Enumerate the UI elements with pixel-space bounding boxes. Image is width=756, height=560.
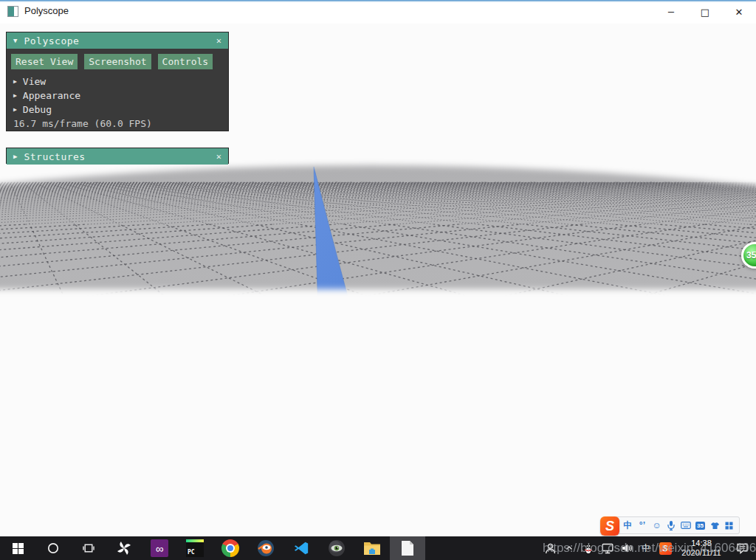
- reset-view-button[interactable]: Reset View: [11, 54, 78, 69]
- screenshot-button[interactable]: Screenshot: [84, 54, 151, 69]
- pycharm-button[interactable]: PC: [177, 536, 213, 560]
- window-accent-border: [0, 0, 756, 2]
- people-icon[interactable]: [540, 536, 560, 560]
- window-title: Polyscope: [24, 5, 69, 16]
- input-mode-chinese-icon[interactable]: 中: [622, 519, 633, 532]
- pycharm-icon: PC: [186, 539, 204, 557]
- tree-item-label: Debug: [23, 104, 52, 115]
- visual-studio-button[interactable]: ∞: [142, 536, 177, 560]
- eye-app-button[interactable]: [319, 536, 354, 560]
- expand-arrow-icon[interactable]: ▶: [13, 78, 17, 85]
- pinwheel-icon: [115, 539, 133, 557]
- badge-35-icon[interactable]: 35: [695, 519, 706, 532]
- eye-orb-icon: [328, 539, 346, 557]
- windows-logo-icon: [13, 543, 24, 554]
- sogou-input-toolbar: S 中 °’ ☺ 35: [602, 516, 740, 534]
- emoji-icon[interactable]: ☺: [651, 519, 662, 532]
- polyscope-panel-header[interactable]: ▼ Polyscope ✕: [7, 32, 228, 49]
- taskbar-clock[interactable]: 14:38 2020/11/11: [675, 539, 728, 558]
- punctuation-mode-icon[interactable]: °’: [637, 519, 648, 532]
- window-titlebar: Polyscope ─ □ ✕: [0, 0, 756, 24]
- polyscope-panel: ▼ Polyscope ✕ Reset View Screenshot Cont…: [6, 32, 229, 131]
- pinwheel-app-button[interactable]: [106, 536, 142, 560]
- tree-item-appearance[interactable]: ▶ Appearance: [11, 89, 224, 103]
- keyboard-icon[interactable]: [681, 519, 692, 532]
- action-center-button[interactable]: [728, 536, 756, 560]
- collapse-arrow-icon[interactable]: ▼: [13, 37, 17, 44]
- controls-button[interactable]: Controls: [158, 54, 213, 69]
- display-tray-icon[interactable]: [598, 536, 617, 560]
- panel-button-row: Reset View Screenshot Controls: [11, 54, 224, 69]
- qq-tray-icon[interactable]: [579, 536, 598, 560]
- badge-35-label: 35: [695, 522, 705, 530]
- blender-button[interactable]: [248, 536, 284, 560]
- visual-studio-icon: ∞: [151, 539, 168, 557]
- fps-readout: 16.7 ms/frame (60.0 FPS): [11, 117, 224, 131]
- vscode-icon: [293, 540, 309, 556]
- file-explorer-button[interactable]: [354, 536, 390, 560]
- sogou-tray-icon[interactable]: S: [656, 536, 675, 560]
- hidden-icons-chevron[interactable]: [560, 536, 579, 560]
- polyscope-panel-body: Reset View Screenshot Controls ▶ View ▶ …: [7, 49, 228, 131]
- minimize-button[interactable]: ─: [654, 0, 688, 24]
- structures-panel: ▶ Structures ✕: [6, 148, 229, 164]
- search-ring-icon: [47, 542, 59, 554]
- microphone-icon[interactable]: [666, 519, 677, 532]
- chrome-icon: [221, 539, 239, 557]
- windows-taskbar: ∞ PC: [0, 536, 756, 560]
- sogou-s-glyph: S: [659, 542, 672, 555]
- vs-glyph: ∞: [156, 542, 164, 555]
- close-button[interactable]: ✕: [722, 0, 756, 24]
- taskbar-tray: 中 S 14:38 2020/11/11: [540, 536, 756, 560]
- expand-arrow-icon[interactable]: ▶: [13, 92, 17, 99]
- expand-arrow-icon[interactable]: ▶: [13, 106, 17, 113]
- blender-icon: [257, 539, 275, 557]
- taskbar-apps: ∞ PC: [0, 536, 425, 560]
- tree-item-label: Appearance: [23, 90, 80, 101]
- document-icon: [401, 540, 414, 556]
- skin-shirt-icon[interactable]: [709, 519, 721, 532]
- recorder-count: 35: [746, 250, 756, 260]
- clock-date: 2020/11/11: [675, 548, 728, 558]
- vscode-button[interactable]: [284, 536, 319, 560]
- structures-panel-title: Structures: [24, 151, 216, 162]
- window-controls: ─ □ ✕: [654, 0, 756, 24]
- structures-panel-header[interactable]: ▶ Structures ✕: [7, 148, 228, 165]
- polyscope-panel-close-icon[interactable]: ✕: [216, 35, 221, 46]
- volume-tray-icon[interactable]: [617, 536, 636, 560]
- tree-item-view[interactable]: ▶ View: [11, 75, 224, 89]
- task-view-icon: [83, 542, 94, 554]
- input-mode-tray-indicator[interactable]: 中: [636, 536, 656, 560]
- structures-panel-close-icon[interactable]: ✕: [216, 151, 221, 162]
- polyscope-taskbar-button[interactable]: [390, 536, 425, 560]
- sogou-logo-icon[interactable]: S: [600, 516, 619, 536]
- search-button[interactable]: [35, 536, 71, 560]
- toolbox-grid-icon[interactable]: [724, 519, 735, 532]
- pycharm-label: PC: [186, 549, 195, 557]
- collapse-arrow-icon[interactable]: ▶: [13, 153, 17, 160]
- start-button[interactable]: [0, 536, 35, 560]
- chrome-button[interactable]: [213, 536, 248, 560]
- task-view-button[interactable]: [71, 536, 106, 560]
- desktop: Polyscope ─ □ ✕: [0, 0, 756, 560]
- tree-item-debug[interactable]: ▶ Debug: [11, 103, 224, 117]
- app-window-icon: [7, 6, 18, 17]
- tree-item-label: View: [23, 76, 46, 87]
- polyscope-panel-title: Polyscope: [24, 35, 216, 46]
- maximize-button[interactable]: □: [688, 0, 722, 24]
- file-explorer-icon: [363, 540, 381, 556]
- clock-time: 14:38: [675, 539, 728, 548]
